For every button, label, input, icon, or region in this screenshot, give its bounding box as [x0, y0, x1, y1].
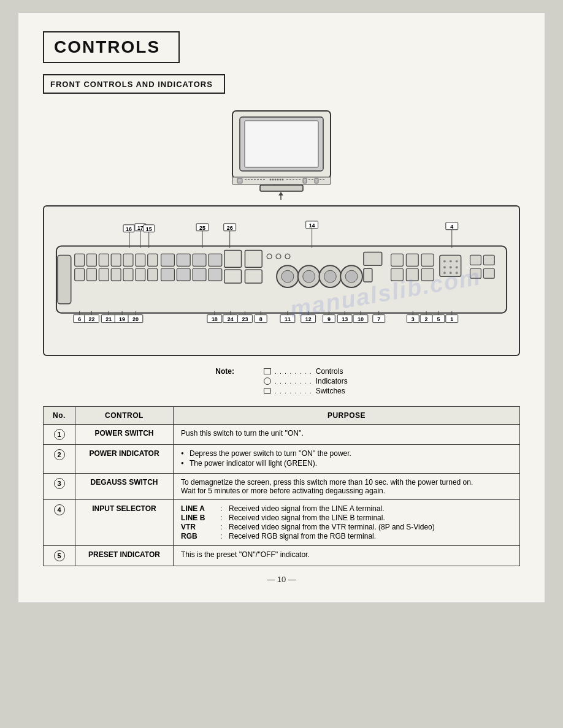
- row-number: 3: [54, 478, 65, 489]
- svg-point-92: [345, 270, 358, 282]
- svg-text:25: 25: [199, 225, 205, 231]
- svg-point-110: [456, 271, 458, 274]
- page: CONTROLS FRONT CONTROLS AND INDICATORS: [18, 12, 545, 603]
- colon: :: [220, 504, 226, 513]
- svg-marker-31: [278, 192, 283, 195]
- svg-text:23: 23: [242, 316, 248, 322]
- svg-rect-79: [224, 270, 242, 283]
- svg-point-104: [456, 260, 458, 262]
- purpose-text: This is the preset ''ON''/''OFF'' indica…: [181, 550, 310, 559]
- svg-rect-80: [245, 251, 262, 268]
- svg-point-108: [443, 271, 446, 274]
- svg-rect-58: [75, 268, 85, 281]
- th-control: CONTROL: [75, 407, 174, 425]
- svg-rect-56: [75, 254, 85, 266]
- svg-rect-28: [315, 178, 318, 183]
- svg-rect-64: [123, 254, 133, 266]
- bullet-item: Depress the power switch to turn ''ON'' …: [181, 449, 512, 458]
- indicators-dots: . . . . . . . .: [275, 377, 312, 385]
- bullet-item: The power indicator will light (GREEN).: [181, 459, 512, 468]
- svg-rect-61: [111, 254, 121, 266]
- row-no: 5: [44, 546, 75, 566]
- svg-point-103: [450, 260, 452, 262]
- svg-text:8: 8: [259, 316, 262, 322]
- note-item-indicators: . . . . . . . . Indicators: [264, 377, 348, 385]
- row-no: 2: [44, 445, 75, 474]
- row-number: 1: [54, 429, 65, 440]
- row-control: DEGAUSS SWITCH: [75, 474, 174, 500]
- svg-text:16: 16: [126, 226, 132, 232]
- section-heading-box: FRONT CONTROLS AND INDICATORS: [43, 74, 225, 94]
- svg-rect-96: [406, 254, 418, 266]
- controls-table: No. CONTROL PURPOSE 1 POWER SWITCH Push …: [43, 406, 520, 566]
- svg-text:17: 17: [137, 225, 144, 231]
- svg-text:6: 6: [78, 316, 81, 322]
- svg-text:10: 10: [358, 316, 364, 322]
- svg-rect-7: [245, 179, 247, 180]
- monitor-svg: [214, 105, 349, 203]
- svg-rect-59: [87, 268, 97, 281]
- svg-rect-8: [248, 179, 250, 180]
- table-row: 4 INPUT SELECTOR LINE A : Received video…: [44, 500, 520, 546]
- svg-rect-12: [260, 179, 262, 180]
- svg-point-105: [443, 266, 446, 268]
- svg-text:5: 5: [437, 316, 440, 322]
- list-item: LINE A : Received video signal from the …: [181, 504, 512, 513]
- svg-text:14: 14: [309, 222, 315, 229]
- svg-rect-71: [177, 254, 190, 266]
- svg-rect-74: [193, 254, 206, 266]
- row-control: INPUT SELECTOR: [75, 500, 174, 546]
- svg-rect-20: [286, 179, 288, 180]
- svg-rect-26: [308, 179, 310, 180]
- svg-rect-75: [209, 254, 222, 266]
- svg-point-102: [443, 260, 446, 262]
- svg-rect-112: [483, 255, 494, 265]
- main-title-box: CONTROLS: [43, 31, 180, 63]
- svg-rect-114: [483, 268, 494, 278]
- svg-text:18: 18: [212, 316, 218, 322]
- svg-rect-11: [257, 179, 259, 180]
- svg-text:1: 1: [450, 316, 453, 322]
- note-label: Note:: [215, 367, 234, 395]
- svg-rect-25: [303, 178, 307, 183]
- svg-rect-21: [289, 179, 291, 180]
- purpose-text: To demagnetize the screen, press this sw…: [181, 478, 473, 495]
- svg-rect-29: [320, 179, 321, 180]
- monitor-area: [43, 105, 520, 205]
- svg-text:20: 20: [132, 316, 139, 322]
- svg-text:15: 15: [146, 226, 152, 232]
- controls-label: Controls: [316, 367, 343, 376]
- section-heading: FRONT CONTROLS AND INDICATORS: [50, 80, 213, 89]
- svg-text:4: 4: [450, 224, 453, 230]
- svg-rect-78: [224, 251, 242, 268]
- svg-rect-67: [123, 268, 133, 281]
- switches-symbol: [264, 388, 271, 394]
- svg-rect-10: [254, 179, 256, 180]
- purpose-text: Push this switch to turn the unit ''ON''…: [181, 429, 304, 438]
- svg-rect-70: [161, 254, 175, 266]
- svg-rect-57: [87, 254, 97, 266]
- svg-rect-4: [260, 185, 303, 191]
- th-no: No.: [44, 407, 75, 425]
- svg-rect-63: [111, 268, 121, 281]
- svg-point-15: [272, 179, 274, 181]
- svg-rect-24: [299, 179, 301, 180]
- svg-text:26: 26: [227, 225, 233, 231]
- controls-dots: . . . . . . . .: [275, 368, 312, 375]
- note-area: Note: . . . . . . . . Controls . . . . .…: [43, 367, 520, 395]
- row-purpose: Depress the power switch to turn ''ON'' …: [174, 445, 520, 474]
- svg-point-106: [450, 266, 452, 268]
- table-row: 2 POWER INDICATOR Depress the power swit…: [44, 445, 520, 474]
- svg-rect-9: [251, 179, 253, 180]
- svg-rect-23: [296, 179, 297, 180]
- svg-point-17: [277, 179, 279, 181]
- note-items: . . . . . . . . Controls . . . . . . . .…: [264, 367, 348, 395]
- table-row: 3 DEGAUSS SWITCH To demagnetize the scre…: [44, 474, 520, 500]
- svg-rect-60: [99, 254, 109, 266]
- row-purpose: This is the preset ''ON''/''OFF'' indica…: [174, 546, 520, 566]
- svg-text:21: 21: [105, 316, 112, 322]
- svg-rect-6: [237, 178, 242, 183]
- input-key: LINE A: [181, 504, 218, 513]
- svg-rect-30: [323, 179, 324, 180]
- svg-rect-76: [193, 268, 206, 281]
